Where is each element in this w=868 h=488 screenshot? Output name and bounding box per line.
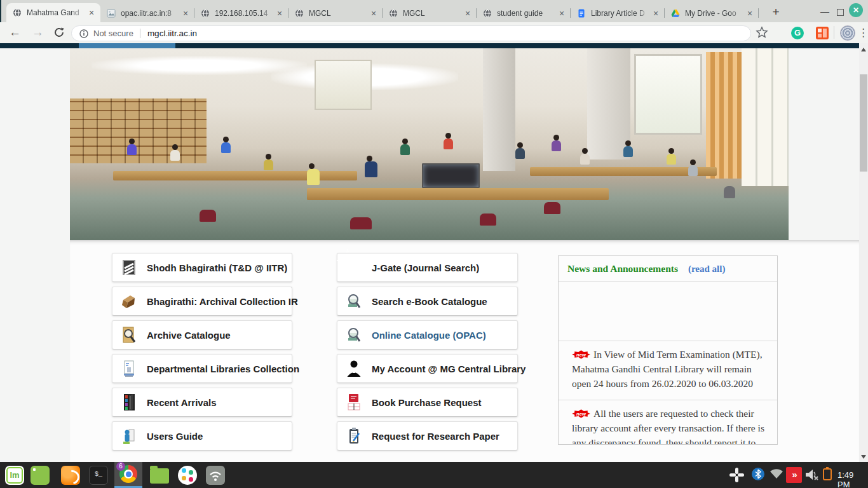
svg-text:new: new xyxy=(576,352,587,358)
link-users-guide[interactable]: Users Guide xyxy=(112,421,292,451)
tab-opac[interactable]: opac.iitr.ac.in:8 × xyxy=(100,4,194,22)
slack-dot xyxy=(189,470,193,475)
url-text[interactable]: mgcl.iitr.ac.in xyxy=(147,29,197,38)
terminal-launcher-icon[interactable]: $_ xyxy=(89,466,108,485)
address-bar[interactable]: Not secure mgcl.iitr.ac.in xyxy=(71,25,751,41)
scrollbar-thumb[interactable] xyxy=(860,74,867,172)
divider xyxy=(834,26,834,39)
read-all-link[interactable]: (read all) xyxy=(688,264,725,274)
show-desktop-button[interactable] xyxy=(31,466,50,485)
link-ebook-catalogue[interactable]: Search e-Book Catalogue xyxy=(337,287,518,316)
news-item-text[interactable]: In View of Mid Term Examination (MTE), M… xyxy=(572,349,763,389)
tab-title: MGCL xyxy=(403,9,463,18)
link-archival-collection[interactable]: Bhagirathi: Archival Collection IR xyxy=(112,287,292,316)
tab-close-icon[interactable]: × xyxy=(745,8,755,18)
scroll-up-arrow[interactable] xyxy=(861,48,866,51)
mint-menu-button[interactable]: lm xyxy=(5,466,24,485)
taskbar-clock[interactable]: 1:49 PM xyxy=(837,470,868,488)
quick-link-label: Shodh Bhagirathi (T&D @ IITR) xyxy=(147,262,287,273)
tab-close-icon[interactable]: × xyxy=(463,8,473,18)
tab-close-icon[interactable]: × xyxy=(557,8,567,18)
window-close-button[interactable]: ✕ xyxy=(849,3,863,17)
google-drive-favicon xyxy=(671,9,680,18)
battery-tray-icon[interactable] xyxy=(823,468,832,480)
reload-button[interactable] xyxy=(53,27,65,38)
quick-link-label: J-Gate (Journal Search) xyxy=(372,262,479,273)
photo-window xyxy=(315,60,372,110)
bookmark-star-icon[interactable] xyxy=(756,26,768,39)
window-restore-button[interactable] xyxy=(837,8,844,18)
archive-box-icon xyxy=(121,292,137,310)
file-manager-icon[interactable] xyxy=(150,468,169,484)
photo-window xyxy=(742,48,789,186)
person-figure xyxy=(515,142,525,159)
photo-chair xyxy=(200,210,216,222)
tab-library-article[interactable]: Library Article D × xyxy=(571,4,665,22)
red-book-icon xyxy=(346,393,362,411)
tab-mgcl-1[interactable]: MGCL × xyxy=(288,4,383,22)
tab-ip-address[interactable]: 192.168.105.14 × xyxy=(194,4,288,22)
link-shodh-bhagirathi[interactable]: Shodh Bhagirathi (T&D @ IITR) xyxy=(112,253,292,282)
link-archive-catalogue[interactable]: Archive Catalogue xyxy=(112,320,292,349)
site-navbar xyxy=(0,43,859,48)
link-jgate[interactable]: J-Gate J-Gate (Journal Search) xyxy=(337,253,518,282)
link-research-paper[interactable]: Request for Research Paper xyxy=(337,421,518,451)
photo-chair xyxy=(544,202,560,214)
chrome-menu-icon[interactable]: ⋮ xyxy=(858,26,868,39)
network-signal-tray-icon[interactable] xyxy=(770,469,783,479)
person-figure xyxy=(307,163,320,185)
news-item-text[interactable]: All the users are requested to check the… xyxy=(572,408,764,445)
new-tab-button[interactable]: + xyxy=(768,6,784,18)
news-item: newIn View of Mid Term Examination (MTE)… xyxy=(559,341,777,400)
tab-close-icon[interactable]: × xyxy=(86,8,97,18)
tab-mahatma-gandhi[interactable]: Mahatma Gand × xyxy=(6,3,100,22)
guide-figure-icon xyxy=(121,427,137,445)
person-figure xyxy=(365,156,377,177)
bluetooth-tray-icon[interactable] xyxy=(752,468,764,480)
slack-tray-icon[interactable] xyxy=(728,466,745,484)
news-header: News and Announcements (read all) xyxy=(559,256,777,282)
profile-avatar[interactable] xyxy=(840,25,855,41)
tab-close-icon[interactable]: × xyxy=(180,8,191,18)
wifi-glyph xyxy=(206,466,225,485)
back-button[interactable]: ← xyxy=(9,25,21,39)
grammarly-extension-icon[interactable]: G xyxy=(791,27,804,39)
tab-title: student guide xyxy=(497,9,557,18)
tab-close-icon[interactable]: × xyxy=(275,8,285,18)
tab-title: MGCL xyxy=(309,9,369,18)
quick-link-label: Book Purchase Request xyxy=(372,397,482,408)
globe-favicon xyxy=(13,8,22,17)
person-figure xyxy=(221,137,231,153)
site-navbar-active-item[interactable] xyxy=(79,43,175,48)
window-minimize-button[interactable]: — xyxy=(820,6,829,17)
person-figure xyxy=(667,148,676,165)
photo-curtain xyxy=(706,52,742,179)
google-docs-favicon xyxy=(577,9,586,18)
tab-title: opac.iitr.ac.in:8 xyxy=(121,9,180,18)
scroll-down-arrow[interactable] xyxy=(861,455,866,459)
link-book-purchase[interactable]: Book Purchase Request xyxy=(337,388,518,417)
person-figure xyxy=(552,135,561,151)
volume-muted-tray-icon[interactable] xyxy=(804,467,819,482)
link-opac[interactable]: Online Catalogue (OPAC) xyxy=(337,320,518,349)
photo-table xyxy=(307,188,609,200)
tab-my-drive[interactable]: My Drive - Goo × xyxy=(665,4,759,22)
photo-laptop xyxy=(422,163,479,188)
forward-button[interactable]: → xyxy=(32,25,44,39)
link-departmental-libraries[interactable]: Departmental Libraries Collection xyxy=(112,354,292,383)
orange-extension-icon[interactable] xyxy=(816,27,829,39)
link-my-account[interactable]: My Account @ MG Central Library xyxy=(337,354,518,383)
firefox-launcher-icon[interactable] xyxy=(61,466,80,485)
news-item: newAll the users are requested to check … xyxy=(559,400,777,445)
wifi-app-icon[interactable] xyxy=(206,466,225,485)
anydesk-tray-icon[interactable]: » xyxy=(786,467,802,483)
tab-student-guide[interactable]: student guide × xyxy=(477,4,571,22)
tab-mgcl-2[interactable]: MGCL × xyxy=(383,4,477,22)
person-figure xyxy=(688,159,698,176)
page-scrollbar[interactable] xyxy=(859,43,868,462)
slack-launcher-icon[interactable] xyxy=(178,466,197,485)
info-icon[interactable] xyxy=(79,29,88,38)
tab-close-icon[interactable]: × xyxy=(369,8,379,18)
tab-close-icon[interactable]: × xyxy=(651,8,661,18)
link-recent-arrivals[interactable]: Recent Arrivals xyxy=(112,388,292,417)
